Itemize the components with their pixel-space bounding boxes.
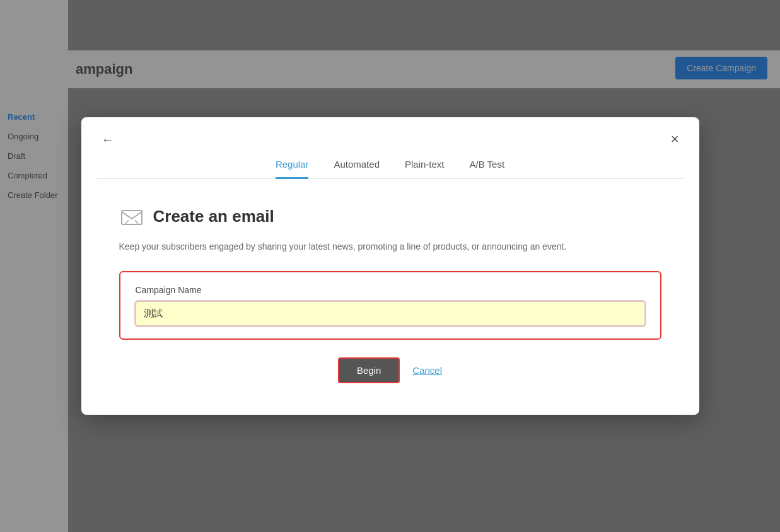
campaign-name-label: Campaign Name (136, 285, 645, 295)
tab-ab-test[interactable]: A/B Test (470, 159, 505, 179)
modal-tabs: Regular Automated Plain-text A/B Test (96, 149, 684, 179)
modal-actions: Begin Cancel (119, 357, 661, 383)
modal-close-button[interactable]: × (666, 130, 684, 149)
modal-back-button[interactable]: ← (96, 130, 119, 148)
envelope-icon (119, 204, 144, 229)
modal-body: Create an email Keep your subscribers en… (81, 179, 699, 415)
tab-plain-text[interactable]: Plain-text (405, 159, 445, 179)
section-description: Keep your subscribers engaged by sharing… (119, 240, 661, 253)
tab-automated[interactable]: Automated (334, 159, 380, 179)
begin-button[interactable]: Begin (338, 357, 400, 383)
cancel-button[interactable]: Cancel (412, 365, 442, 376)
section-heading: Create an email (153, 207, 274, 226)
svg-rect-0 (122, 211, 142, 224)
campaign-name-input[interactable] (136, 301, 645, 326)
modal-header: ← × (81, 117, 699, 149)
section-title-row: Create an email (119, 204, 661, 229)
tab-regular[interactable]: Regular (276, 159, 309, 179)
campaign-name-form: Campaign Name (119, 271, 661, 340)
create-campaign-modal: ← × Regular Automated Plain-text A/B Tes… (81, 117, 699, 415)
modal-overlay: ← × Regular Automated Plain-text A/B Tes… (0, 0, 780, 532)
